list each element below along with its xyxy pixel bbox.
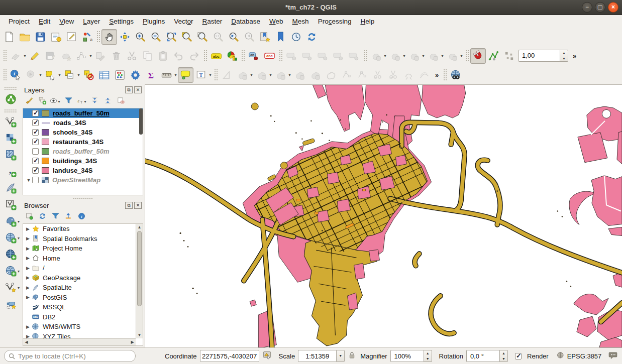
layers-scrollbar-thumb[interactable] — [139, 108, 143, 135]
scale-dropdown-button[interactable]: ▼ — [336, 350, 345, 362]
zoom-out-button[interactable] — [148, 29, 164, 45]
menu-settings[interactable]: Settings — [105, 17, 138, 26]
reshape-features-button[interactable] — [219, 67, 235, 83]
filter-by-expression-button[interactable]: ε▾ — [75, 96, 87, 107]
open-project-button[interactable] — [17, 29, 33, 45]
select-features-button[interactable] — [43, 67, 58, 83]
draw-rectangle-button[interactable] — [426, 48, 441, 64]
browser-item-home[interactable]: ▶Home — [23, 254, 143, 264]
expander-icon[interactable]: ▶ — [25, 324, 31, 329]
browser-item-geopackage[interactable]: ▶GeoPackage — [23, 273, 143, 283]
layer-visibility-checkbox[interactable] — [32, 158, 39, 164]
layer-visibility-checkbox[interactable] — [32, 148, 39, 155]
delete-part-button[interactable] — [401, 67, 417, 83]
layer-item-roads_34s[interactable]: roads_34S — [23, 118, 143, 128]
zoom-in-button[interactable] — [133, 29, 148, 45]
open-layer-styling-button[interactable] — [23, 96, 35, 107]
browser-item-wms-wmts[interactable]: ▶WMS/WMTS — [23, 322, 143, 332]
add-selected-layers-button[interactable] — [23, 211, 35, 222]
magnifier-spinbox[interactable]: 100% — [390, 350, 424, 362]
add-postgis-layer-button[interactable]: ▾ — [2, 213, 19, 230]
merge-features-button[interactable] — [273, 67, 288, 83]
add-ring-button[interactable] — [339, 67, 354, 83]
add-vector-layer-button[interactable] — [2, 114, 19, 131]
map-tips-button[interactable] — [178, 67, 193, 83]
menu-database[interactable]: Database — [227, 17, 265, 26]
layer-item-buildings_34s[interactable]: buildings_34S — [23, 156, 143, 166]
remove-layer-button[interactable] — [115, 96, 127, 107]
split-parts-button[interactable] — [254, 67, 269, 83]
close-button[interactable]: × — [608, 2, 618, 13]
zoom-to-layer-button[interactable] — [195, 29, 211, 45]
enable-tracing-button[interactable] — [486, 48, 501, 64]
add-wfs-layer-button[interactable] — [2, 247, 19, 263]
browser-item-spatial-bookmarks[interactable]: ▶Spatial Bookmarks — [23, 234, 143, 244]
rotate-label-button[interactable] — [315, 48, 331, 64]
browser-item-postgis[interactable]: ▶PostGIS — [23, 293, 143, 303]
toolbar-overflow-button[interactable]: » — [432, 71, 442, 79]
processing-toolbox-button[interactable] — [128, 67, 143, 83]
zoom-full-button[interactable] — [164, 29, 179, 45]
browser-item-spatialite[interactable]: ▶SpatiaLite — [23, 283, 143, 293]
rotation-spinbox[interactable]: 0,0 ° — [466, 350, 499, 362]
browser-item--[interactable]: ▶/ — [23, 263, 143, 273]
new-project-button[interactable] — [2, 29, 17, 45]
style-manager-button[interactable]: a — [79, 29, 95, 45]
menu-layer[interactable]: Layer — [78, 17, 105, 26]
add-delimited-text-layer-button[interactable]: , — [2, 164, 19, 180]
run-feature-action-button[interactable] — [24, 67, 39, 83]
open-attribute-table-button[interactable] — [96, 67, 112, 83]
expander-icon[interactable]: ▶ — [25, 246, 31, 251]
expander-icon[interactable]: ▶ — [25, 226, 31, 231]
layer-item-roads_buffer_50m[interactable]: roads_buffer_50m — [23, 147, 143, 156]
render-checkbox[interactable] — [515, 353, 522, 359]
expand-all-button[interactable] — [88, 96, 100, 107]
cut-features-button[interactable] — [124, 48, 140, 64]
add-part-button[interactable] — [354, 67, 370, 83]
zoom-last-button[interactable] — [226, 29, 242, 45]
browser-float-button[interactable]: ⧉ — [125, 202, 133, 209]
manage-map-themes-button[interactable]: ▾ — [49, 96, 61, 107]
menu-raster[interactable]: Raster — [198, 17, 227, 26]
browser-item-db2[interactable]: DB2DB2 — [23, 312, 143, 322]
lock-scale-icon[interactable] — [348, 351, 356, 361]
scale-combobox[interactable]: 1:51359 — [298, 350, 336, 362]
text-annotation-button[interactable]: T — [193, 67, 209, 83]
menu-vector[interactable]: Vector — [169, 17, 197, 26]
expander-icon[interactable]: ▶ — [25, 275, 31, 280]
snapping-tolerance-input[interactable]: 1,00 — [519, 50, 560, 62]
refresh-browser-button[interactable] — [36, 211, 48, 222]
offset-curve-button[interactable] — [417, 67, 432, 83]
new-shapefile-layer-button[interactable]: ▾ — [2, 280, 19, 296]
fill-ring-button[interactable] — [370, 67, 385, 83]
layers-float-button[interactable]: ⧉ — [125, 86, 133, 93]
toggle-editing-button[interactable] — [27, 48, 43, 64]
osm-place-search-button[interactable] — [448, 67, 464, 83]
self-snapping-button[interactable] — [501, 48, 517, 64]
menu-help[interactable]: Help — [356, 17, 379, 26]
pin-unpin-labels-button[interactable]: ab — [246, 48, 262, 64]
add-raster-layer-button[interactable] — [2, 131, 19, 147]
identify-features-button[interactable]: i — [8, 67, 24, 83]
snapping-tolerance-spin-buttons[interactable]: ▲▼ — [560, 50, 568, 62]
zoom-next-button[interactable] — [242, 29, 257, 45]
change-label-properties-button[interactable] — [331, 48, 346, 64]
simplify-feature-button[interactable] — [323, 67, 339, 83]
expander-icon[interactable]: ▶ — [25, 266, 31, 271]
layer-item-openstreetmap[interactable]: ▼OpenStreetMap — [23, 175, 143, 185]
show-layout-manager-button[interactable] — [64, 29, 79, 45]
menu-project[interactable]: Project — [4, 17, 34, 26]
maximize-button[interactable]: ▢ — [595, 2, 605, 13]
browser-properties-button[interactable]: i — [75, 211, 87, 222]
minimize-button[interactable]: − — [582, 2, 592, 13]
toolbar-overflow-button[interactable]: » — [570, 52, 579, 60]
draw-ellipse-button[interactable] — [406, 48, 422, 64]
layer-visibility-checkbox[interactable] — [32, 139, 39, 145]
modify-attributes-button[interactable] — [93, 48, 109, 64]
save-project-button[interactable] — [33, 29, 48, 45]
browser-vscrollbar[interactable]: ▲ ▼ — [136, 224, 143, 338]
menu-plugins[interactable]: Plugins — [138, 17, 169, 26]
pan-map-button[interactable] — [101, 29, 117, 45]
add-virtual-layer-button[interactable] — [2, 197, 19, 213]
measure-button[interactable] — [159, 67, 174, 83]
